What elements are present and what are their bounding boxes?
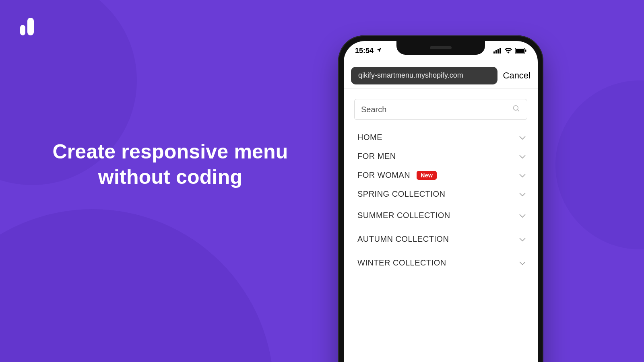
chevron-down-icon [519, 258, 526, 267]
menu-item-for-men[interactable]: FOR MEN [354, 147, 527, 166]
svg-rect-5 [500, 48, 501, 53]
menu-item-for-woman[interactable]: FOR WOMAN New [354, 166, 527, 185]
svg-line-10 [518, 109, 519, 111]
svg-rect-7 [516, 49, 524, 53]
menu-item-summer[interactable]: SUMMER COLLECTION [354, 204, 527, 227]
url-text: qikify-smartmenu.myshopify.com [358, 71, 463, 80]
menu-label: WINTER COLLECTION [357, 258, 446, 267]
wifi-icon [504, 48, 512, 53]
svg-rect-1 [27, 18, 34, 35]
url-field[interactable]: qikify-smartmenu.myshopify.com [351, 67, 497, 84]
menu-list: HOME FOR MEN FOR WOMAN New [354, 128, 527, 275]
menu-item-spring[interactable]: SPRING COLLECTION [354, 185, 527, 204]
status-time: 15:54 [355, 47, 374, 55]
svg-rect-2 [493, 51, 495, 53]
menu-item-winter[interactable]: WINTER COLLECTION [354, 251, 527, 275]
menu-label: SUMMER COLLECTION [357, 211, 450, 220]
chevron-down-icon [519, 133, 526, 142]
cellular-signal-icon [493, 48, 502, 53]
new-badge: New [417, 171, 437, 180]
search-icon [512, 105, 520, 115]
decor-blob [555, 80, 644, 249]
menu-label: FOR WOMAN [357, 171, 410, 180]
menu-item-autumn[interactable]: AUTUMN COLLECTION [354, 227, 527, 251]
phone-frame: 15:54 [338, 35, 543, 362]
location-arrow-icon [376, 47, 382, 55]
search-placeholder: Search [361, 105, 512, 114]
chevron-down-icon [519, 211, 526, 220]
svg-rect-8 [525, 49, 526, 52]
menu-label: FOR MEN [357, 152, 396, 161]
browser-toolbar: qikify-smartmenu.myshopify.com Cancel [344, 63, 538, 88]
svg-point-9 [514, 105, 518, 110]
brand-logo [20, 15, 35, 35]
menu-label: SPRING COLLECTION [357, 189, 446, 199]
chevron-down-icon [519, 152, 526, 161]
page-content: Search HOME FOR MEN [344, 88, 538, 362]
search-input[interactable]: Search [354, 99, 527, 120]
svg-rect-3 [495, 50, 497, 53]
headline-text: Create responsive menu without coding [27, 139, 313, 189]
phone-screen: 15:54 [344, 41, 538, 362]
chevron-down-icon [519, 189, 526, 199]
cancel-button[interactable]: Cancel [503, 70, 530, 81]
svg-rect-4 [497, 49, 499, 53]
menu-label: HOME [357, 133, 382, 142]
battery-icon [515, 48, 526, 53]
menu-item-home[interactable]: HOME [354, 128, 527, 147]
menu-label: AUTUMN COLLECTION [357, 234, 449, 244]
chevron-down-icon [519, 234, 526, 244]
chevron-down-icon [519, 171, 526, 180]
phone-notch [396, 41, 485, 55]
decor-blob [0, 209, 274, 362]
svg-rect-0 [20, 25, 25, 35]
promo-stage: Create responsive menu without coding 15… [0, 0, 644, 362]
